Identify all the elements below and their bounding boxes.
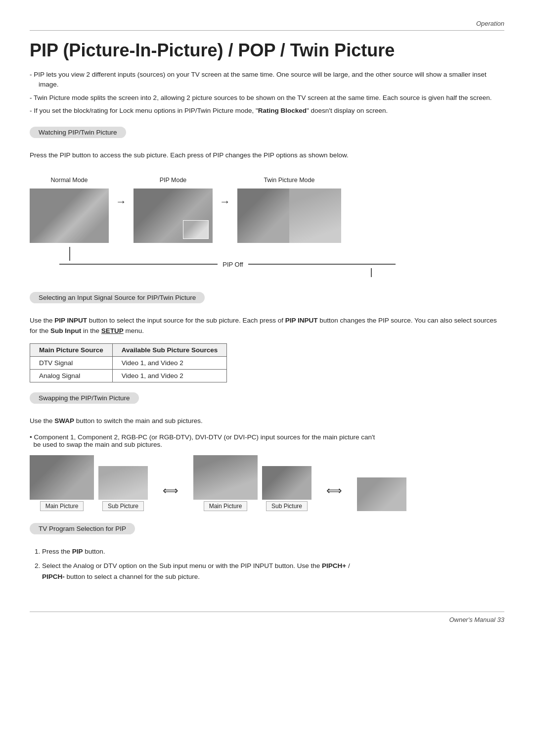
mode-diagram: Normal Mode → PIP Mode → Twin Picture Mo… [30,177,504,243]
pip-mode-label: PIP Mode [160,177,187,184]
pip-off-vertical-line-right [371,268,372,277]
pip-off-line-mid [70,264,218,265]
pip-off-vertical-line-left [69,247,70,261]
section2-body: Use the PIP INPUT button to select the i… [30,315,504,336]
table-cell-main-2: Analog Signal [30,369,113,382]
bullet-2: Twin Picture mode splits the screen into… [30,93,504,103]
section3-body: Use the SWAP button to switch the main a… [30,416,504,426]
section3-bullet: • Component 1, Component 2, RGB-PC (or R… [30,433,504,448]
table-cell-sub-1: Video 1, and Video 2 [112,356,227,369]
swap-left-group: Main Picture Sub Picture [30,455,148,511]
step-2: 2. Select the Analog or DTV option on th… [35,561,504,582]
table-col2-header: Available Sub Picture Sources [112,343,227,356]
setup-underline: SETUP [101,327,124,334]
sub-input-bold: Sub Input [50,327,81,334]
pip-off-line-left [59,264,70,265]
pip-off-label: PIP Off [218,261,248,268]
swap-arrow-right: ⟺ [326,484,342,511]
swap-sub-img-2 [262,466,312,500]
twin-mode-label: Twin Picture Mode [264,177,315,184]
table-cell-sub-2: Video 1, and Video 2 [112,369,227,382]
section1-header: Watching PIP/Twin Picture [30,127,126,138]
step-1: 1. Press the PIP button. [35,546,504,557]
section3-header: Swapping the PIP/Twin Picture [30,392,139,404]
arrow-normal-to-pip: → [109,177,134,208]
bullet-3: If you set the block/rating for Lock men… [30,106,504,116]
top-divider [30,30,504,31]
swap-main-caption-2: Main Picture [204,501,248,511]
twin-left-image [237,189,289,243]
swap-main-img-1 [30,455,94,500]
bullet-1: PIP lets you view 2 different inputs (so… [30,70,504,90]
twin-right-image [289,189,341,243]
section-label: Operation [30,20,504,27]
pip-off-line-right [248,264,396,265]
pip-input-bold-1: PIP INPUT [54,317,87,324]
section1-body: Press the PIP button to access the sub p… [30,150,504,161]
section4-header: TV Program Selection for PIP [30,523,135,534]
bottom-divider [30,612,504,612]
swap-right-group-2 [357,477,406,511]
swap-diagram: Main Picture Sub Picture ⟺ Main Picture [30,455,504,511]
swap-arrow-left: ⟺ [163,484,178,511]
page-title: PIP (Picture-In-Picture) / POP / Twin Pi… [30,40,504,61]
table-cell-main-1: DTV Signal [30,356,113,369]
swap-sub-caption-1: Sub Picture [102,501,144,511]
intro-bullets: PIP lets you view 2 different inputs (so… [30,70,504,116]
swap-main-img-2 [193,455,258,500]
table-row: Analog Signal Video 1, and Video 2 [30,369,227,382]
swap-main-caption-1: Main Picture [40,501,84,511]
twin-mode-image [237,189,341,243]
swap-sub-img-1 [98,466,148,500]
table-col1-header: Main Picture Source [30,343,113,356]
pip-input-bold-2: PIP INPUT [285,317,318,324]
page-footer: Owner's Manual 33 [30,616,504,623]
swap-bold: SWAP [54,417,74,425]
pip-off-annotation: PIP Off [59,247,504,277]
table-row: DTV Signal Video 1, and Video 2 [30,356,227,369]
swap-right-group-1: Main Picture Sub Picture [193,455,312,511]
tv-program-steps: 1. Press the PIP button. 2. Select the A… [35,546,504,582]
swap-sub-img-3 [357,477,406,511]
arrow-pip-to-twin: → [213,177,237,208]
swap-sub-caption-2: Sub Picture [266,501,308,511]
normal-mode-label: Normal Mode [50,177,88,184]
pip-source-table: Main Picture Source Available Sub Pictur… [30,343,227,382]
section2-header: Selecting an Input Signal Source for PIP… [30,292,205,303]
pip-inset-image [183,220,209,239]
normal-mode-image [30,189,109,243]
pip-mode-image [134,189,213,243]
